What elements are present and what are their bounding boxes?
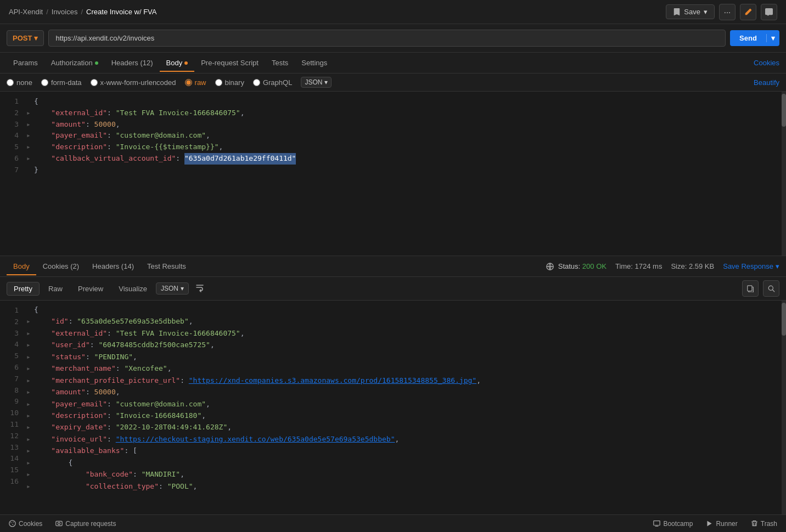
body-type-graphql[interactable]: GraphQL bbox=[253, 78, 292, 87]
beautify-link[interactable]: Beautify bbox=[754, 78, 779, 87]
resp-view-visualize[interactable]: Visualize bbox=[112, 282, 154, 295]
tab-tests[interactable]: Tests bbox=[265, 54, 295, 71]
breadcrumb-invoices[interactable]: Invoices bbox=[52, 8, 78, 16]
resp-view-raw[interactable]: Raw bbox=[42, 282, 69, 295]
breadcrumb: API-Xendit / Invoices / Create Invoice w… bbox=[9, 8, 156, 16]
body-type-raw[interactable]: raw bbox=[185, 78, 206, 87]
bottom-runner[interactable]: Runner bbox=[706, 520, 737, 528]
wrap-icon bbox=[195, 284, 204, 292]
copy-response-button[interactable] bbox=[742, 280, 759, 297]
response-tabs-bar: Body Cookies (2) Headers (14) Test Resul… bbox=[0, 256, 786, 277]
response-view-tabs: Pretty Raw Preview Visualize JSON ▾ bbox=[0, 277, 786, 301]
more-button[interactable]: ··· bbox=[719, 4, 736, 20]
code-line-7: } bbox=[22, 165, 786, 176]
bootcamp-icon bbox=[653, 520, 660, 527]
response-code[interactable]: { ▸ "id": "635a0de5e57e69a53e5dbbeb", ▸ … bbox=[22, 301, 786, 514]
resp-line-13: ▸ "available_banks": [ bbox=[22, 445, 786, 456]
resp-tab-cookies[interactable]: Cookies (2) bbox=[36, 258, 86, 275]
body-type-bar: none form-data x-www-form-urlencoded raw… bbox=[0, 73, 786, 92]
top-bar-actions: Save ▾ ··· bbox=[666, 4, 777, 20]
bottom-capture[interactable]: Capture requests bbox=[55, 520, 116, 528]
body-type-binary[interactable]: binary bbox=[215, 78, 244, 87]
resp-line-7: ▸ "merchant_profile_picture_url": "https… bbox=[22, 375, 786, 386]
svg-rect-2 bbox=[747, 285, 751, 291]
request-scrollbar[interactable] bbox=[782, 92, 786, 256]
svg-point-4 bbox=[9, 520, 15, 527]
search-response-button[interactable] bbox=[763, 280, 779, 297]
resp-line-14: ▸ { bbox=[22, 457, 786, 468]
body-type-formdata[interactable]: form-data bbox=[41, 78, 82, 87]
svg-point-6 bbox=[13, 522, 14, 523]
tab-prerequest[interactable]: Pre-request Script bbox=[194, 54, 265, 71]
request-code[interactable]: { ▸ "external_id": "Test FVA Invoice-166… bbox=[22, 92, 786, 256]
resp-line-12: ▸ "invoice_url": "https://checkout-stagi… bbox=[22, 433, 786, 445]
status-value: 200 OK bbox=[582, 262, 607, 270]
save-button[interactable]: Save ▾ bbox=[666, 4, 715, 19]
bottom-cookies[interactable]: Cookies bbox=[9, 520, 42, 528]
trash-icon bbox=[751, 520, 758, 527]
tab-body[interactable]: Body bbox=[160, 54, 195, 71]
resp-line-3: ▸ "external_id": "Test FVA Invoice-16668… bbox=[22, 327, 786, 339]
resp-line-16: ▸ "collection_type": "POOL", bbox=[22, 480, 786, 492]
response-time: 1724 ms bbox=[635, 262, 663, 270]
resp-line-5: ▸ "status": "PENDING", bbox=[22, 351, 786, 363]
comment-icon bbox=[765, 8, 773, 16]
main-content: POST ▾ Send ▾ Params Authorization Heade… bbox=[0, 24, 786, 532]
wrap-lines-button[interactable] bbox=[195, 284, 204, 294]
runner-icon bbox=[706, 520, 713, 527]
save-response-button[interactable]: Save Response ▾ bbox=[723, 262, 779, 270]
json-format-select[interactable]: JSON ▾ bbox=[301, 77, 331, 88]
send-button[interactable]: Send ▾ bbox=[730, 30, 779, 46]
top-bar: API-Xendit / Invoices / Create Invoice w… bbox=[0, 0, 786, 24]
breadcrumb-api[interactable]: API-Xendit bbox=[9, 8, 43, 16]
resp-line-15: ▸ "bank_code": "MANDIRI", bbox=[22, 468, 786, 480]
comment-button[interactable] bbox=[761, 4, 777, 20]
resp-line-9: ▸ "payer_email": "customer@domain.com", bbox=[22, 398, 786, 410]
url-input[interactable] bbox=[48, 30, 726, 47]
tab-headers[interactable]: Headers (12) bbox=[105, 54, 160, 71]
resp-tab-headers[interactable]: Headers (14) bbox=[86, 258, 141, 275]
json-type-select[interactable]: JSON ▾ bbox=[156, 282, 189, 295]
resp-line-1: { bbox=[22, 304, 786, 315]
resp-line-8: ▸ "amount": 50000, bbox=[22, 386, 786, 398]
url-bar: POST ▾ Send ▾ bbox=[0, 24, 786, 53]
response-status: Status: 200 OK Time: 1724 ms Size: 2.59 … bbox=[546, 262, 779, 271]
resp-line-10: ▸ "description": "Invoice-1666846180", bbox=[22, 410, 786, 421]
method-label: POST bbox=[13, 34, 32, 42]
resp-view-preview[interactable]: Preview bbox=[71, 282, 110, 295]
bottom-trash[interactable]: Trash bbox=[751, 520, 777, 528]
response-size: 2.59 KB bbox=[689, 262, 714, 270]
authorization-dot bbox=[95, 61, 98, 65]
resp-view-pretty[interactable]: Pretty bbox=[7, 282, 40, 296]
request-tabs: Params Authorization Headers (12) Body P… bbox=[0, 53, 786, 73]
cookies-link[interactable]: Cookies bbox=[754, 59, 779, 67]
method-select[interactable]: POST ▾ bbox=[7, 30, 44, 46]
bottom-bootcamp[interactable]: Bootcamp bbox=[653, 520, 693, 528]
tab-params[interactable]: Params bbox=[7, 54, 44, 71]
code-line-5: ▸ "description": "Invoice-{{$timestamp}}… bbox=[22, 142, 786, 153]
globe-icon bbox=[546, 263, 554, 270]
response-section: Body Cookies (2) Headers (14) Test Resul… bbox=[0, 256, 786, 514]
edit-button[interactable] bbox=[740, 4, 756, 20]
resp-tab-test-results[interactable]: Test Results bbox=[141, 258, 193, 275]
code-line-6: ▸ "callback_virtual_account_id": "635a0d… bbox=[22, 153, 786, 165]
line-numbers-response: 1 2 3 4 5 6 7 8 9 10 11 12 13 14 15 16 bbox=[0, 301, 22, 514]
response-scrollbar-thumb[interactable] bbox=[782, 303, 786, 336]
save-icon bbox=[673, 8, 681, 16]
resp-tab-body[interactable]: Body bbox=[7, 258, 36, 275]
edit-icon bbox=[744, 8, 752, 16]
response-code-area[interactable]: 1 2 3 4 5 6 7 8 9 10 11 12 13 14 15 16 {… bbox=[0, 301, 786, 514]
resp-line-2: ▸ "id": "635a0de5e57e69a53e5dbbeb", bbox=[22, 315, 786, 327]
request-scrollbar-thumb[interactable] bbox=[782, 94, 786, 127]
request-body-editor[interactable]: 1 2 3 4 5 6 7 { ▸ "external_id": "Test F… bbox=[0, 92, 786, 256]
code-line-3: ▸ "amount": 50000, bbox=[22, 119, 786, 131]
body-type-none[interactable]: none bbox=[7, 78, 32, 87]
response-scrollbar[interactable] bbox=[782, 301, 786, 514]
body-dot bbox=[184, 61, 188, 65]
code-line-2: ▸ "external_id": "Test FVA Invoice-16668… bbox=[22, 107, 786, 119]
svg-point-5 bbox=[10, 522, 12, 523]
tab-authorization[interactable]: Authorization bbox=[44, 54, 105, 71]
svg-rect-10 bbox=[654, 521, 660, 525]
body-type-urlencoded[interactable]: x-www-form-urlencoded bbox=[91, 78, 176, 87]
tab-settings[interactable]: Settings bbox=[295, 54, 334, 71]
